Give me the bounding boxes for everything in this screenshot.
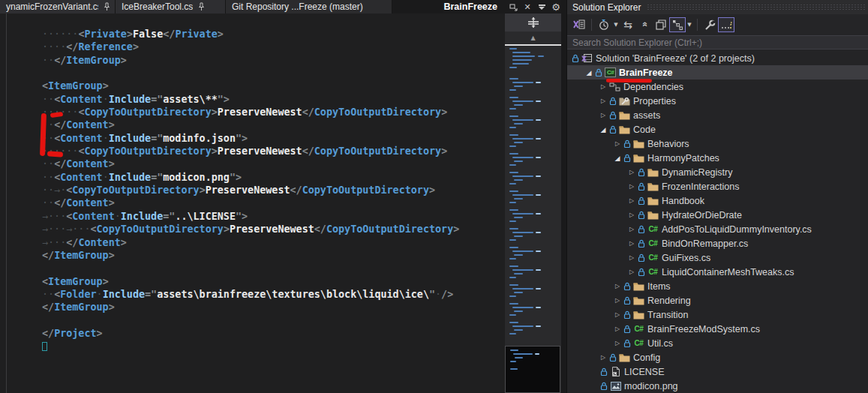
expand-arrow-icon[interactable]: ▷: [627, 226, 636, 232]
close-icon[interactable]: ✕: [521, 1, 533, 13]
active-tab-brainfreeze[interactable]: BrainFreeze✕⚙: [443, 0, 566, 14]
copy-properties-icon[interactable]: [653, 17, 669, 32]
lock-icon: [608, 353, 617, 362]
tree-item-harmonypatches[interactable]: ◢HarmonyPatches: [567, 151, 868, 165]
tree-item-hydrateordiedrate[interactable]: ▷HydrateOrDieDrate: [567, 208, 868, 222]
collapse-all-icon[interactable]: »: [636, 17, 653, 32]
tree-item-assets[interactable]: ▷assets: [567, 108, 868, 122]
code-line: ··<Folder·Include="assets\brainfreeze\te…: [42, 288, 459, 301]
tree-item-frozeninteractions[interactable]: ▷FrozenInteractions: [567, 179, 868, 194]
tree-item-addpostoliquiddummyinventory-cs[interactable]: ▷C#AddPosToLiquidDummyInventory.cs: [567, 222, 868, 236]
tree-item-liquidcontainermeshtweaks-cs[interactable]: ▷C#LiquidContainerMeshTweaks.cs: [567, 265, 868, 279]
code-line: ······<CopyToOutputDirectory>PreserveNew…: [42, 145, 459, 158]
solution-search-input[interactable]: Search Solution Explorer (Ctrl+;): [567, 35, 868, 50]
code-text[interactable]: ······<Private>False</Private>····</Refe…: [42, 28, 459, 353]
tree-item-label: LICENSE: [623, 367, 665, 377]
expand-arrow-icon[interactable]: ▷: [599, 354, 608, 361]
tree-item-items[interactable]: ▷Items: [567, 279, 868, 293]
lock-icon: [622, 325, 632, 334]
tree-item-modicon-png[interactable]: modicon.png: [567, 379, 868, 393]
red-underline-annotation: [606, 79, 652, 83]
code-line: </Project>: [42, 327, 459, 340]
expand-arrow-icon[interactable]: ▷: [613, 311, 622, 318]
code-line: →···</Content>: [42, 236, 459, 249]
collapse-arrow-icon[interactable]: ◢: [599, 126, 608, 134]
track-active-item-icon-dropdown[interactable]: ▼: [686, 22, 693, 28]
tree-item-rendering[interactable]: ▷Rendering: [567, 293, 868, 308]
tree-item-properties[interactable]: ▷Properties: [567, 94, 868, 108]
expand-arrow-icon[interactable]: ▷: [613, 140, 622, 147]
expand-arrow-icon[interactable]: ▷: [613, 283, 622, 290]
expand-arrow-icon[interactable]: ▷: [613, 326, 622, 332]
expand-arrow-icon[interactable]: ▷: [627, 254, 636, 261]
lock-icon: [599, 382, 608, 391]
tree-item-label: Config: [632, 352, 660, 363]
pin-icon[interactable]: [198, 2, 205, 11]
tree-item-util-cs[interactable]: ▷C#Util.cs: [567, 336, 868, 350]
deps-icon: [608, 82, 622, 92]
tab-icebreakertool-cs[interactable]: IceBreakerTool.cs: [116, 0, 226, 14]
show-all-files-icon[interactable]: [718, 17, 734, 32]
switch-views-icon[interactable]: [571, 17, 587, 32]
wrench-icon[interactable]: [701, 17, 718, 32]
tree-item-brainfreezemodsystem-cs[interactable]: ▷C#BrainFreezeModSystem.cs: [567, 322, 868, 336]
settings-gear-icon[interactable]: ⚙: [550, 1, 562, 13]
editor-minimap-scrollbar[interactable]: ▲: [505, 14, 561, 393]
expand-arrow-icon[interactable]: ▷: [599, 98, 608, 104]
code-editor[interactable]: ······<Private>False</Private>····</Refe…: [0, 14, 505, 393]
tree-item-label: FrozenInteractions: [660, 182, 740, 192]
tree-item-label: DynamicRegistry: [660, 167, 732, 178]
tree-item-guifixes-cs[interactable]: ▷C#GuiFixes.cs: [567, 250, 868, 265]
minimap-viewport-box[interactable]: [505, 346, 560, 393]
expand-arrow-icon[interactable]: ▷: [627, 240, 636, 247]
track-active-item-icon[interactable]: [669, 17, 686, 32]
tree-item-license[interactable]: LICENSE: [567, 364, 868, 379]
tree-item-handbook[interactable]: ▷Handbook: [567, 194, 868, 208]
tree-item-brainfreeze[interactable]: ◢C#BrainFreeze: [567, 65, 868, 80]
tree-item-code[interactable]: ◢Code: [567, 122, 868, 136]
expand-arrow-icon[interactable]: ▷: [627, 169, 636, 176]
expand-arrow-icon[interactable]: ▷: [599, 83, 608, 90]
solution-explorer-panel: Solution Explorer ▼⇆»▼ Search Solution E…: [566, 0, 868, 393]
vs-window: ynamicFrozenVariant.csIceBreakerTool.csG…: [0, 0, 868, 393]
lock-icon: [622, 282, 632, 291]
pending-changes-filter-icon-dropdown[interactable]: ▼: [612, 22, 620, 28]
tree-item-dynamicregistry[interactable]: ▷DynamicRegistry: [567, 165, 868, 179]
expand-arrow-icon[interactable]: ▷: [599, 112, 608, 118]
tree-item-label: LiquidContainerMeshTweaks.cs: [660, 267, 794, 278]
tab-ynamicfrozenvariant-cs[interactable]: ynamicFrozenVariant.cs: [0, 0, 116, 14]
csproj-icon: C#: [603, 68, 617, 77]
csfile-icon: C#: [646, 254, 660, 262]
tree-item-behaviors[interactable]: ▷Behaviors: [567, 136, 868, 151]
code-line: </ItemGroup>: [42, 249, 459, 262]
solution-explorer-titlebar[interactable]: Solution Explorer: [567, 0, 868, 14]
tab-list-icon[interactable]: [536, 1, 548, 13]
lock-icon: [636, 268, 646, 277]
pin-icon[interactable]: [104, 2, 110, 11]
expand-arrow-icon[interactable]: ▷: [627, 212, 636, 218]
tree-item-solution-brainfreeze-2-of-2-projects-[interactable]: Solution 'BrainFreeze' (2 of 2 projects): [567, 51, 868, 65]
collapse-arrow-icon[interactable]: ◢: [613, 154, 622, 162]
code-line: <ItemGroup>: [42, 80, 459, 92]
tree-item-config[interactable]: ▷Config: [567, 350, 868, 364]
scroll-up-arrow-icon[interactable]: ▲: [505, 32, 561, 44]
tree-item-label: GuiFixes.cs: [660, 253, 710, 263]
sync-active-document-icon[interactable]: ⇆: [620, 17, 636, 32]
tree-item-bindonremapper-cs[interactable]: ▷C#BindOnRemapper.cs: [567, 236, 868, 250]
pending-changes-filter-icon[interactable]: [596, 17, 612, 32]
tab-git-repository-freeze-master-[interactable]: Git Repository ...Freeze (master): [226, 0, 392, 14]
tree-item-label: Util.cs: [646, 338, 673, 349]
editor-splitter-handle[interactable]: [505, 14, 561, 32]
lock-icon: [622, 296, 632, 305]
expand-arrow-icon[interactable]: ▷: [627, 197, 636, 204]
expand-arrow-icon[interactable]: ▷: [627, 183, 636, 190]
tree-item-label: Properties: [632, 96, 676, 106]
tree-item-transition[interactable]: ▷Transition: [567, 308, 868, 322]
expand-arrow-icon[interactable]: ▷: [613, 340, 622, 346]
lock-icon: [608, 111, 617, 120]
lock-icon: [622, 154, 632, 163]
expand-arrow-icon[interactable]: ▷: [613, 297, 622, 304]
keep-open-icon[interactable]: [507, 1, 519, 13]
collapse-arrow-icon[interactable]: ◢: [584, 69, 593, 76]
expand-arrow-icon[interactable]: ▷: [627, 268, 636, 275]
